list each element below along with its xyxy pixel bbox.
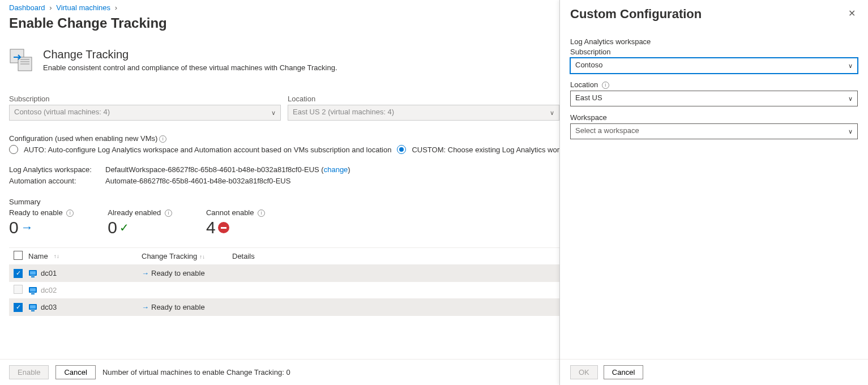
law-label: Log Analytics workspace: [9,164,105,176]
arrow-right-icon: → [142,269,149,277]
svg-rect-9 [30,288,36,292]
checkbox-select-all[interactable] [14,251,23,260]
cancel-button[interactable]: Cancel [55,365,95,379]
breadcrumb-vms[interactable]: Virtual machines [56,3,110,12]
panel-cancel-button[interactable]: Cancel [604,365,643,379]
chevron-down-icon: ∨ [848,128,853,135]
svg-rect-12 [30,305,36,309]
svg-rect-7 [31,276,35,277]
sort-icon[interactable]: ↑↓ [54,253,59,259]
summary-ready-value: 0→ [9,218,74,237]
panel-subscription-select[interactable]: Contoso ∨ [570,58,858,74]
panel-workspace-placeholder: Select a workspace [575,126,639,135]
col-header-details[interactable]: Details [232,252,255,260]
subscription-label: Subscription [9,95,281,103]
svg-rect-6 [30,271,36,275]
vm-icon [28,269,37,278]
panel-location-value: East US [575,93,602,102]
checkbox-row[interactable]: ✓ [14,303,23,312]
summary-already-label: Already enabled i [108,208,172,217]
law-value: DefaultWorkspace-68627f8c-65b8-4601-b48e… [105,164,350,176]
subscription-value: Contoso (virtual machines: 4) [14,108,110,116]
close-icon[interactable]: ✕ [846,7,858,20]
automation-value: Automate-68627f8c-65b8-4601-b48e-b032a81… [105,176,290,187]
chevron-down-icon: ∨ [271,109,276,117]
col-header-name[interactable]: Name [28,252,48,260]
location-label: Location [288,95,559,103]
col-header-ct[interactable]: Change Tracking [142,252,197,260]
panel-location-select[interactable]: East US ∨ [570,91,858,106]
panel-workspace-label: Workspace [570,113,858,122]
subscription-select[interactable]: Contoso (virtual machines: 4) ∨ [9,105,281,121]
feature-title: Change Tracking [43,48,337,61]
breadcrumb-sep: › [115,3,117,12]
panel-title: Custom Configuration [570,7,702,22]
panel-subscription-label: Subscription [570,48,858,56]
summary-cannot-label: Cannot enable i [206,208,265,217]
panel-law-section: Log Analytics workspace [570,37,858,46]
breadcrumb-sep: › [49,3,52,12]
automation-label: Automation account: [9,176,105,187]
info-icon[interactable]: i [165,209,172,217]
summary-ready-label: Ready to enable i [9,208,74,217]
feature-desc: Enable consistent control and compliance… [43,63,337,72]
panel-subscription-value: Contoso [575,61,602,69]
status-ready: → Ready to enable [142,269,232,277]
radio-custom[interactable] [397,145,406,154]
vm-name: dc03 [41,303,57,311]
summary-already-value: 0✓ [108,218,172,237]
panel-location-label: Location i [570,80,858,89]
vm-icon [28,286,37,295]
checkbox-row[interactable]: ✓ [14,269,23,278]
panel-workspace-select[interactable]: Select a workspace ∨ [570,123,858,139]
law-change-link[interactable]: change [324,165,348,174]
vm-name: dc01 [41,269,57,277]
enable-button[interactable]: Enable [9,365,49,379]
svg-rect-13 [31,310,35,311]
arrow-right-icon: → [21,220,33,235]
chevron-down-icon: ∨ [550,109,554,117]
location-value: East US 2 (virtual machines: 4) [293,108,394,116]
sort-icon[interactable]: ↑↓ [199,254,205,260]
breadcrumb-dashboard[interactable]: Dashboard [9,3,45,12]
info-icon[interactable]: i [66,209,74,217]
radio-auto-label: AUTO: Auto-configure Log Analytics works… [24,146,391,154]
info-icon[interactable]: i [258,209,265,217]
info-icon[interactable]: i [602,82,609,89]
footer-count-text: Number of virtual machines to enable Cha… [102,368,290,377]
info-icon[interactable]: i [159,135,166,143]
change-tracking-icon [9,48,33,72]
location-select[interactable]: East US 2 (virtual machines: 4) ∨ [288,105,559,121]
arrow-right-icon: → [142,303,149,311]
custom-configuration-panel: Custom Configuration ✕ Log Analytics wor… [559,0,868,385]
radio-auto[interactable] [9,145,18,154]
vm-icon [28,303,37,312]
summary-cannot-value: 4 [206,218,265,237]
radio-custom-label: CUSTOM: Choose existing Log Analytics wo… [412,146,575,154]
stop-icon [218,222,229,233]
vm-name: dc02 [41,286,57,294]
checkbox-row[interactable] [14,285,23,294]
svg-rect-10 [31,293,35,294]
panel-ok-button[interactable]: OK [570,365,598,379]
check-icon: ✓ [119,221,129,234]
chevron-down-icon: ∨ [848,62,853,70]
status-ready: → Ready to enable [142,303,232,311]
chevron-down-icon: ∨ [848,95,853,102]
